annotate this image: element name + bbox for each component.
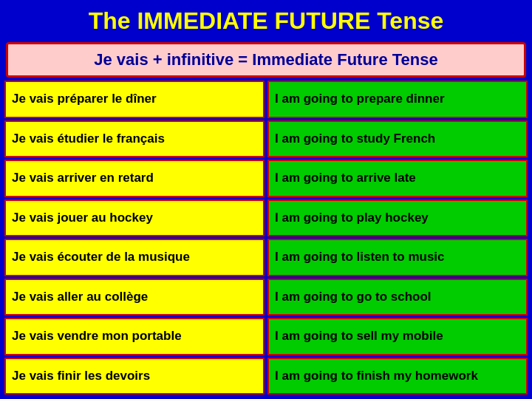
table-row: Je vais finir les devoirsI am going to f… bbox=[4, 358, 528, 395]
cell-french-5: Je vais aller au collège bbox=[4, 279, 265, 316]
cell-english-7: I am going to finish my homework bbox=[267, 358, 528, 395]
table-row: Je vais étudier le françaisI am going to… bbox=[4, 120, 528, 158]
table-row: Je vais aller au collègeI am going to go… bbox=[4, 279, 528, 316]
cell-french-0: Je vais préparer le dîner bbox=[4, 81, 265, 118]
cell-english-5: I am going to go to school bbox=[267, 279, 528, 316]
cell-english-2: I am going to arrive late bbox=[267, 160, 528, 197]
rows-container: Je vais préparer le dînerI am going to p… bbox=[4, 81, 528, 395]
table-row: Je vais vendre mon portableI am going to… bbox=[4, 318, 528, 355]
table-row: Je vais arriver en retardI am going to a… bbox=[4, 160, 528, 197]
page-title: The IMMEDIATE FUTURE Tense bbox=[4, 4, 528, 39]
cell-english-1: I am going to study French bbox=[267, 120, 528, 158]
table-row: Je vais jouer au hockeyI am going to pla… bbox=[4, 200, 528, 237]
page-wrapper: The IMMEDIATE FUTURE Tense Je vais + inf… bbox=[0, 0, 532, 399]
cell-french-4: Je vais écouter de la musique bbox=[4, 239, 265, 276]
cell-english-6: I am going to sell my mobile bbox=[267, 318, 528, 355]
cell-french-3: Je vais jouer au hockey bbox=[4, 200, 265, 237]
table-row: Je vais préparer le dînerI am going to p… bbox=[4, 81, 528, 118]
cell-french-2: Je vais arriver en retard bbox=[4, 160, 265, 197]
cell-french-6: Je vais vendre mon portable bbox=[4, 318, 265, 355]
cell-french-1: Je vais étudier le français bbox=[4, 120, 265, 158]
table-row: Je vais écouter de la musiqueI am going … bbox=[4, 239, 528, 276]
cell-french-7: Je vais finir les devoirs bbox=[4, 358, 265, 395]
formula-box: Je vais + infinitive = Immediate Future … bbox=[6, 42, 526, 78]
cell-english-3: I am going to play hockey bbox=[267, 200, 528, 237]
cell-english-4: I am going to listen to music bbox=[267, 239, 528, 276]
cell-english-0: I am going to prepare dinner bbox=[267, 81, 528, 118]
